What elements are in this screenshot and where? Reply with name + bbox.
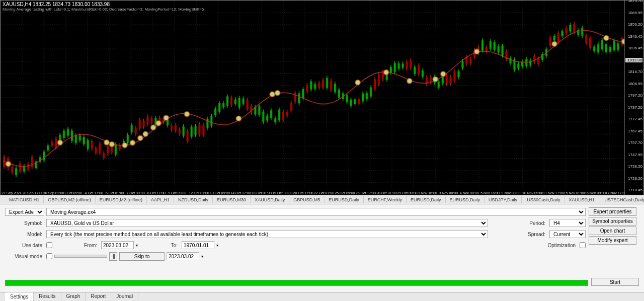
y-tick: 1846.45 bbox=[625, 34, 642, 39]
tester-tabs[interactable]: SettingsResultsGraphReportJournal bbox=[0, 292, 644, 301]
optimization-label: Optimization bbox=[547, 243, 578, 248]
to-label: To: bbox=[170, 243, 180, 248]
x-tick: 15 Nov 01:00 bbox=[564, 191, 585, 195]
x-tick: 6 Oct 01:00 bbox=[106, 191, 124, 195]
y-axis: 1875.701865.951856.201846.451836.451826.… bbox=[624, 1, 643, 195]
y-tick: 1718.45 bbox=[625, 188, 642, 192]
tester-tab-results[interactable]: Results bbox=[34, 292, 61, 301]
optimization-checkbox[interactable] bbox=[580, 242, 586, 248]
y-tick: 1738.20 bbox=[625, 164, 642, 169]
x-tick: 7 Oct 09:00 bbox=[126, 191, 144, 195]
speed-slider[interactable] bbox=[54, 255, 107, 258]
x-tick: 9 Nov 08:00 bbox=[502, 191, 521, 195]
advisor-file-select[interactable]: Moving Average.ex4 bbox=[46, 208, 586, 216]
instrument-tab[interactable]: AAPL,H1 bbox=[147, 196, 174, 203]
x-tick: 25 Oct 09:00 bbox=[335, 191, 355, 195]
x-tick: 29 Oct 09:00 bbox=[397, 191, 418, 195]
advisor-type-select[interactable]: Expert Advisor bbox=[5, 208, 44, 216]
x-tick: 14 Oct 17:00 bbox=[230, 191, 251, 195]
x-tick: 1 Nov 16:00 bbox=[418, 191, 437, 195]
y-tick: 1757.70 bbox=[625, 140, 642, 145]
x-tick: 13 Oct 09:00 bbox=[210, 191, 230, 195]
visual-label: Visual mode bbox=[5, 254, 44, 259]
x-tick: 16 Nov 09:00 bbox=[585, 191, 606, 195]
spread-label: Spread: bbox=[522, 232, 547, 237]
from-date-input[interactable] bbox=[101, 241, 134, 249]
x-tick: 26 Oct 17:00 bbox=[356, 191, 376, 195]
x-tick: 18 Oct 01:00 bbox=[252, 191, 272, 195]
current-price-marker: 1833.98 bbox=[625, 58, 642, 62]
x-tick: 28 Sep 17:00 bbox=[22, 191, 43, 195]
instrument-tab[interactable]: GBPUSD,M2 (offline) bbox=[44, 196, 95, 203]
open-chart-button[interactable]: Open chart bbox=[589, 227, 636, 235]
symbol-select[interactable]: XAUUSD, Gold vs US Dollar bbox=[46, 219, 488, 227]
usedate-label: Use date bbox=[5, 243, 44, 248]
x-tick: 5 Nov 16:00 bbox=[480, 191, 500, 195]
y-tick: 1787.20 bbox=[625, 105, 642, 110]
instrument-tab[interactable]: .USTECHCash,Daily bbox=[599, 196, 644, 203]
visual-checkbox[interactable] bbox=[46, 253, 52, 259]
expert-properties-button[interactable]: Expert properties bbox=[589, 207, 636, 216]
spread-select[interactable]: Current bbox=[549, 230, 586, 238]
modify-expert-button[interactable]: Modify expert bbox=[589, 236, 636, 245]
tester-tab-journal[interactable]: Journal bbox=[111, 292, 138, 301]
x-tick: 1 Oct 09:00 bbox=[64, 191, 82, 195]
chart-subtitle: Moving Average testing with Lots=0.1; Ma… bbox=[3, 7, 204, 12]
x-tick: 27 Sep 2021 bbox=[2, 191, 22, 195]
chart-canvas[interactable] bbox=[1, 1, 643, 195]
y-tick: 1767.45 bbox=[625, 129, 642, 133]
instrument-tab[interactable]: EURUSD,M2 (offline) bbox=[96, 196, 147, 203]
tester-panel: Expert Advisor Moving Average.ex4 Symbol… bbox=[0, 204, 644, 292]
y-tick: 1777.45 bbox=[625, 117, 642, 121]
instrument-tab[interactable]: USDJPY,Daily bbox=[485, 196, 522, 203]
instrument-tab[interactable]: XAUUSD,H1 bbox=[565, 196, 599, 203]
instrument-tab[interactable]: .US30Cash,Daily bbox=[522, 196, 565, 203]
y-tick: 1865.95 bbox=[625, 11, 642, 15]
instrument-tab[interactable]: EURCHF,Weekly bbox=[364, 196, 407, 203]
x-tick: 30 Sep 01:00 bbox=[43, 191, 64, 195]
skipto-date-input[interactable] bbox=[167, 252, 199, 260]
x-tick: 4 Nov 08:00 bbox=[460, 191, 479, 195]
y-tick: 1875.70 bbox=[625, 0, 642, 3]
instrument-tab[interactable]: MATICUSD,H1 bbox=[5, 196, 44, 203]
from-date-picker-icon[interactable]: ▾ bbox=[136, 243, 138, 248]
instrument-tab[interactable]: XAUUSD,Daily bbox=[251, 196, 289, 203]
x-tick: 17 Nov 17:00 bbox=[606, 191, 624, 195]
tester-tab-graph[interactable]: Graph bbox=[61, 292, 86, 301]
y-tick: 1816.70 bbox=[625, 69, 642, 74]
x-tick: 19 Oct 09:00 bbox=[272, 191, 292, 195]
chart-title: XAUUSD,H4 1832.25 1834.73 1830.00 1833.9… bbox=[3, 2, 204, 7]
instrument-tabs[interactable]: MATICUSD,H1GBPUSD,M2 (offline)EURUSD,M2 … bbox=[0, 195, 644, 204]
x-tick: 12 Oct 01:00 bbox=[189, 191, 209, 195]
skipto-button[interactable]: Skip to bbox=[119, 252, 165, 261]
model-select[interactable]: Every tick (the most precise method base… bbox=[46, 230, 488, 238]
instrument-tab[interactable]: EURUSD,Daily bbox=[446, 196, 485, 203]
x-axis: 27 Sep 202128 Sep 17:0030 Sep 01:001 Oct… bbox=[1, 189, 624, 195]
instrument-tab[interactable]: EURUSD,M30 bbox=[213, 196, 251, 203]
instrument-tab[interactable]: GBPUSD,M5 bbox=[289, 196, 325, 203]
skipto-date-picker-icon[interactable]: ▾ bbox=[201, 254, 203, 259]
instrument-tab[interactable]: EURUSD,Daily bbox=[407, 196, 446, 203]
chart-header: XAUUSD,H4 1832.25 1834.73 1830.00 1833.9… bbox=[3, 2, 204, 12]
symbol-properties-button[interactable]: Symbol properties bbox=[589, 217, 636, 225]
period-select[interactable]: H4 bbox=[549, 219, 586, 227]
tester-tab-report[interactable]: Report bbox=[86, 292, 111, 301]
progress-bar bbox=[5, 280, 588, 286]
period-label: Period: bbox=[522, 220, 547, 226]
x-tick: 22 Oct 01:00 bbox=[314, 191, 334, 195]
chart-area[interactable]: XAUUSD,H4 1832.25 1834.73 1830.00 1833.9… bbox=[0, 0, 644, 195]
y-tick: 1806.95 bbox=[625, 82, 642, 86]
pause-button[interactable]: || bbox=[109, 252, 117, 261]
to-date-input[interactable] bbox=[182, 241, 214, 249]
y-tick: 1836.45 bbox=[625, 46, 642, 50]
start-button[interactable]: Start bbox=[591, 278, 639, 286]
instrument-tab[interactable]: EURUSD,Daily bbox=[325, 196, 364, 203]
symbol-label: Symbol: bbox=[5, 220, 44, 226]
x-tick: 4 Oct 17:00 bbox=[85, 191, 103, 195]
instrument-tab[interactable]: NZDUSD,Daily bbox=[174, 196, 213, 203]
usedate-checkbox[interactable] bbox=[46, 242, 52, 248]
to-date-picker-icon[interactable]: ▾ bbox=[216, 243, 218, 248]
y-tick: 1797.20 bbox=[625, 93, 642, 98]
tester-tab-settings[interactable]: Settings bbox=[5, 292, 34, 301]
y-tick: 1728.20 bbox=[625, 176, 642, 181]
